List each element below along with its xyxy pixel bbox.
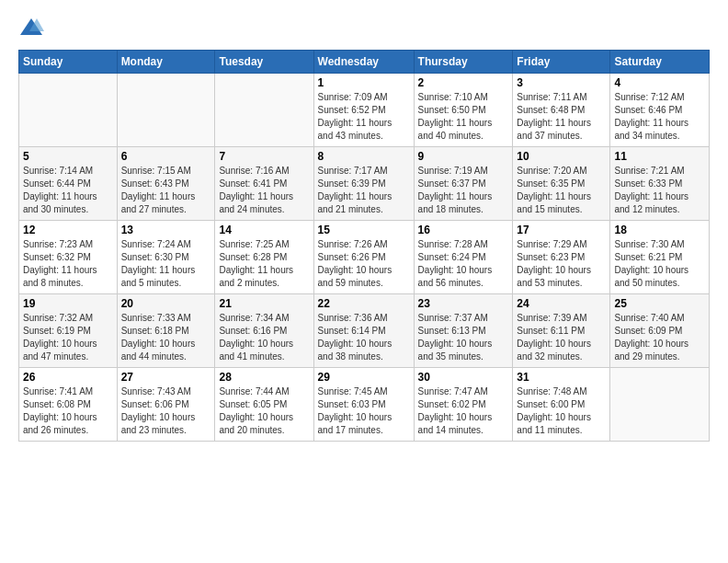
day-number: 20 (121, 297, 211, 310)
day-info: Sunrise: 7:11 AM Sunset: 6:48 PM Dayligh… (517, 91, 606, 143)
calendar-cell: 9Sunrise: 7:19 AM Sunset: 6:37 PM Daylig… (414, 147, 513, 221)
calendar-cell: 15Sunrise: 7:26 AM Sunset: 6:26 PM Dayli… (313, 221, 414, 294)
day-info: Sunrise: 7:21 AM Sunset: 6:33 PM Dayligh… (614, 165, 705, 216)
calendar-cell (610, 368, 710, 442)
day-number: 7 (219, 150, 309, 163)
weekday-header: Wednesday (313, 51, 414, 74)
calendar-cell: 12Sunrise: 7:23 AM Sunset: 6:32 PM Dayli… (19, 221, 118, 294)
day-number: 13 (121, 224, 211, 236)
calendar-cell: 8Sunrise: 7:17 AM Sunset: 6:39 PM Daylig… (313, 147, 414, 221)
day-number: 10 (517, 150, 606, 163)
calendar-cell: 22Sunrise: 7:36 AM Sunset: 6:14 PM Dayli… (313, 294, 414, 368)
day-info: Sunrise: 7:41 AM Sunset: 6:08 PM Dayligh… (23, 385, 113, 437)
day-number: 8 (318, 150, 410, 163)
weekday-header: Sunday (19, 51, 118, 74)
calendar-cell: 2Sunrise: 7:10 AM Sunset: 6:50 PM Daylig… (414, 74, 513, 147)
page: SundayMondayTuesdayWednesdayThursdayFrid… (0, 0, 728, 563)
day-info: Sunrise: 7:20 AM Sunset: 6:35 PM Dayligh… (517, 165, 606, 216)
day-number: 23 (418, 297, 509, 310)
logo (18, 15, 48, 40)
calendar-cell: 24Sunrise: 7:39 AM Sunset: 6:11 PM Dayli… (513, 294, 610, 368)
weekday-header: Friday (513, 51, 610, 74)
day-info: Sunrise: 7:36 AM Sunset: 6:14 PM Dayligh… (318, 312, 410, 363)
day-number: 19 (23, 297, 113, 310)
day-number: 30 (418, 371, 509, 384)
day-number: 27 (121, 371, 211, 384)
calendar-cell (19, 74, 118, 147)
calendar: SundayMondayTuesdayWednesdayThursdayFrid… (18, 50, 710, 442)
day-number: 11 (614, 150, 705, 163)
calendar-cell: 19Sunrise: 7:32 AM Sunset: 6:19 PM Dayli… (19, 294, 118, 368)
calendar-cell: 10Sunrise: 7:20 AM Sunset: 6:35 PM Dayli… (513, 147, 610, 221)
day-number: 21 (219, 297, 309, 310)
calendar-week-row: 26Sunrise: 7:41 AM Sunset: 6:08 PM Dayli… (19, 368, 710, 442)
day-info: Sunrise: 7:43 AM Sunset: 6:06 PM Dayligh… (121, 385, 211, 437)
calendar-cell: 18Sunrise: 7:30 AM Sunset: 6:21 PM Dayli… (610, 221, 710, 294)
day-number: 28 (219, 371, 309, 384)
day-number: 4 (614, 76, 705, 89)
calendar-cell: 25Sunrise: 7:40 AM Sunset: 6:09 PM Dayli… (610, 294, 710, 368)
day-info: Sunrise: 7:10 AM Sunset: 6:50 PM Dayligh… (418, 91, 509, 143)
calendar-cell: 7Sunrise: 7:16 AM Sunset: 6:41 PM Daylig… (215, 147, 313, 221)
calendar-cell: 23Sunrise: 7:37 AM Sunset: 6:13 PM Dayli… (414, 294, 513, 368)
calendar-cell: 29Sunrise: 7:45 AM Sunset: 6:03 PM Dayli… (313, 368, 414, 442)
weekday-header: Thursday (414, 51, 513, 74)
day-info: Sunrise: 7:26 AM Sunset: 6:26 PM Dayligh… (318, 238, 410, 290)
day-info: Sunrise: 7:19 AM Sunset: 6:37 PM Dayligh… (418, 165, 509, 216)
calendar-week-row: 5Sunrise: 7:14 AM Sunset: 6:44 PM Daylig… (19, 147, 710, 221)
day-info: Sunrise: 7:39 AM Sunset: 6:11 PM Dayligh… (517, 312, 606, 363)
calendar-cell: 30Sunrise: 7:47 AM Sunset: 6:02 PM Dayli… (414, 368, 513, 442)
day-number: 1 (318, 76, 410, 89)
calendar-cell: 28Sunrise: 7:44 AM Sunset: 6:05 PM Dayli… (215, 368, 313, 442)
day-number: 9 (418, 150, 509, 163)
calendar-cell: 14Sunrise: 7:25 AM Sunset: 6:28 PM Dayli… (215, 221, 313, 294)
day-info: Sunrise: 7:33 AM Sunset: 6:18 PM Dayligh… (121, 312, 211, 363)
day-number: 17 (517, 224, 606, 236)
day-info: Sunrise: 7:16 AM Sunset: 6:41 PM Dayligh… (219, 165, 309, 216)
calendar-cell: 26Sunrise: 7:41 AM Sunset: 6:08 PM Dayli… (19, 368, 118, 442)
day-number: 31 (517, 371, 606, 384)
calendar-week-row: 19Sunrise: 7:32 AM Sunset: 6:19 PM Dayli… (19, 294, 710, 368)
calendar-cell: 3Sunrise: 7:11 AM Sunset: 6:48 PM Daylig… (513, 74, 610, 147)
day-number: 14 (219, 224, 309, 236)
calendar-cell: 17Sunrise: 7:29 AM Sunset: 6:23 PM Dayli… (513, 221, 610, 294)
weekday-header: Tuesday (215, 51, 313, 74)
day-number: 6 (121, 150, 211, 163)
day-number: 5 (23, 150, 113, 163)
calendar-cell (215, 74, 313, 147)
calendar-cell: 11Sunrise: 7:21 AM Sunset: 6:33 PM Dayli… (610, 147, 710, 221)
calendar-week-row: 1Sunrise: 7:09 AM Sunset: 6:52 PM Daylig… (19, 74, 710, 147)
day-info: Sunrise: 7:15 AM Sunset: 6:43 PM Dayligh… (121, 165, 211, 216)
day-info: Sunrise: 7:09 AM Sunset: 6:52 PM Dayligh… (318, 91, 410, 143)
day-info: Sunrise: 7:24 AM Sunset: 6:30 PM Dayligh… (121, 238, 211, 290)
day-info: Sunrise: 7:40 AM Sunset: 6:09 PM Dayligh… (614, 312, 705, 363)
weekday-header: Saturday (610, 51, 710, 74)
day-number: 3 (517, 76, 606, 89)
calendar-cell: 6Sunrise: 7:15 AM Sunset: 6:43 PM Daylig… (117, 147, 215, 221)
day-number: 29 (318, 371, 410, 384)
header (18, 15, 710, 40)
day-info: Sunrise: 7:45 AM Sunset: 6:03 PM Dayligh… (318, 385, 410, 437)
day-info: Sunrise: 7:12 AM Sunset: 6:46 PM Dayligh… (614, 91, 705, 143)
day-number: 22 (318, 297, 410, 310)
day-info: Sunrise: 7:44 AM Sunset: 6:05 PM Dayligh… (219, 385, 309, 437)
day-number: 24 (517, 297, 606, 310)
calendar-cell: 5Sunrise: 7:14 AM Sunset: 6:44 PM Daylig… (19, 147, 118, 221)
day-number: 25 (614, 297, 705, 310)
day-info: Sunrise: 7:37 AM Sunset: 6:13 PM Dayligh… (418, 312, 509, 363)
day-info: Sunrise: 7:48 AM Sunset: 6:00 PM Dayligh… (517, 385, 606, 437)
calendar-cell (117, 74, 215, 147)
day-info: Sunrise: 7:30 AM Sunset: 6:21 PM Dayligh… (614, 238, 705, 290)
calendar-cell: 20Sunrise: 7:33 AM Sunset: 6:18 PM Dayli… (117, 294, 215, 368)
day-info: Sunrise: 7:14 AM Sunset: 6:44 PM Dayligh… (23, 165, 113, 216)
day-info: Sunrise: 7:28 AM Sunset: 6:24 PM Dayligh… (418, 238, 509, 290)
day-number: 18 (614, 224, 705, 236)
day-info: Sunrise: 7:17 AM Sunset: 6:39 PM Dayligh… (318, 165, 410, 216)
day-number: 26 (23, 371, 113, 384)
logo-icon (18, 15, 44, 40)
calendar-cell: 16Sunrise: 7:28 AM Sunset: 6:24 PM Dayli… (414, 221, 513, 294)
day-number: 2 (418, 76, 509, 89)
day-number: 15 (318, 224, 410, 236)
day-info: Sunrise: 7:32 AM Sunset: 6:19 PM Dayligh… (23, 312, 113, 363)
calendar-cell: 13Sunrise: 7:24 AM Sunset: 6:30 PM Dayli… (117, 221, 215, 294)
